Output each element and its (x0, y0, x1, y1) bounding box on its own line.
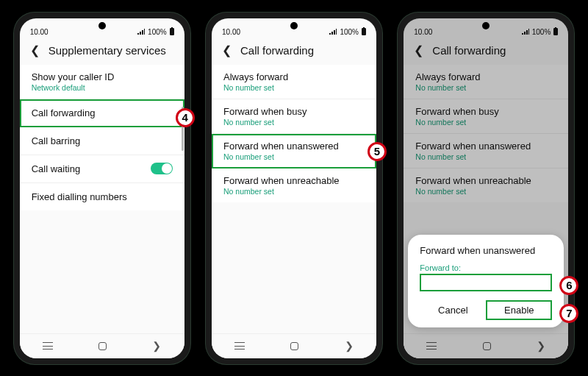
row-sub: Network default (32, 83, 173, 92)
settings-list: Always forward No number set Forward whe… (212, 65, 376, 333)
row-sub: No number set (415, 187, 556, 196)
status-right: 100% (329, 28, 366, 36)
status-right: 100% (137, 28, 174, 36)
row-forward-busy[interactable]: Forward when busy No number set (212, 99, 376, 134)
step-marker-5: 5 (368, 142, 387, 161)
row-fixed-dialling[interactable]: Fixed dialling numbers (20, 183, 184, 210)
back-nav-icon[interactable]: ❮ (152, 340, 161, 352)
phone-frame: 10.00 100% ❮ Supplementary services Show… (14, 13, 190, 364)
row-title: Forward when unanswered (415, 141, 556, 152)
page-title: Call forwarding (240, 44, 314, 57)
row-forward-unanswered[interactable]: Forward when unanswered No number set (404, 134, 568, 169)
forward-to-input[interactable] (420, 274, 552, 291)
row-title: Call barring (32, 135, 173, 146)
header: ❮ Call forwarding (404, 38, 568, 65)
camera-hole (482, 22, 490, 29)
row-title: Forward when unanswered (223, 141, 365, 152)
enable-button[interactable]: Enable (486, 300, 552, 320)
screen: 10.00 100% ❮ Supplementary services Show… (20, 18, 184, 358)
nav-bar: ❮ (404, 333, 568, 358)
back-icon[interactable]: ❮ (414, 43, 423, 57)
battery-icon (553, 28, 558, 35)
cancel-button[interactable]: Cancel (420, 300, 486, 320)
recents-icon[interactable] (43, 342, 53, 350)
status-right: 100% (522, 28, 559, 36)
forward-to-label: Forward to: (420, 263, 552, 272)
row-forward-unreachable[interactable]: Forward when unreachable No number set (404, 169, 568, 202)
row-call-waiting[interactable]: Call waiting (20, 155, 184, 183)
battery-text: 100% (532, 28, 551, 36)
row-sub: No number set (223, 83, 365, 92)
back-icon[interactable]: ❮ (30, 43, 40, 57)
battery-text: 100% (340, 28, 359, 36)
dialog-buttons: Cancel Enable (420, 300, 552, 320)
row-show-caller-id[interactable]: Show your caller ID Network default (20, 65, 184, 99)
row-title: Always forward (223, 71, 365, 82)
row-forward-unanswered[interactable]: Forward when unanswered No number set (212, 134, 376, 169)
forward-dialog: Forward when unanswered Forward to: Canc… (408, 235, 564, 327)
step-marker-7: 7 (559, 304, 578, 323)
home-icon[interactable] (290, 342, 298, 350)
nav-bar: ❮ (20, 333, 184, 358)
signal-icon (522, 29, 529, 35)
screen: 10.00 100% ❮ Call forwarding Always forw… (404, 18, 568, 358)
header: ❮ Supplementary services (20, 38, 184, 65)
header: ❮ Call forwarding (212, 38, 376, 65)
row-title: Forward when unreachable (415, 175, 556, 186)
row-title: Forward when unreachable (223, 175, 365, 186)
screen: 10.00 100% ❮ Call forwarding Always forw… (212, 18, 376, 358)
row-title: Forward when busy (223, 106, 365, 117)
clock: 10.00 (414, 28, 432, 36)
row-title: Fixed dialling numbers (32, 191, 173, 202)
camera-hole (98, 22, 106, 29)
row-always-forward[interactable]: Always forward No number set (404, 65, 568, 99)
step-marker-6: 6 (559, 276, 578, 295)
row-sub: No number set (415, 118, 556, 127)
clock: 10.00 (30, 28, 49, 36)
row-sub: No number set (223, 152, 365, 161)
row-title: Show your caller ID (32, 71, 173, 82)
row-call-barring[interactable]: Call barring (20, 127, 184, 155)
recents-icon[interactable] (426, 342, 437, 350)
battery-icon (170, 28, 174, 35)
row-title: Call forwarding (32, 107, 173, 118)
battery-text: 100% (148, 28, 167, 36)
back-nav-icon[interactable]: ❮ (345, 340, 354, 352)
page-title: Supplementary services (49, 44, 166, 57)
dialog-title: Forward when unanswered (420, 245, 552, 256)
page-title: Call forwarding (432, 44, 506, 57)
back-nav-icon[interactable]: ❮ (537, 340, 545, 352)
clock: 10.00 (222, 28, 240, 36)
recents-icon[interactable] (234, 342, 245, 350)
row-call-forwarding[interactable]: Call forwarding (20, 99, 184, 127)
row-forward-unreachable[interactable]: Forward when unreachable No number set (212, 169, 376, 202)
home-icon[interactable] (483, 342, 491, 350)
row-sub: No number set (415, 83, 556, 92)
battery-icon (362, 28, 366, 35)
row-title: Forward when busy (415, 106, 556, 117)
home-icon[interactable] (98, 342, 107, 350)
row-title: Always forward (415, 71, 556, 82)
camera-hole (290, 22, 298, 29)
row-always-forward[interactable]: Always forward No number set (212, 65, 376, 99)
back-icon[interactable]: ❮ (222, 43, 232, 57)
signal-icon (137, 29, 145, 35)
phone-frame: 10.00 100% ❮ Call forwarding Always forw… (206, 13, 382, 364)
signal-icon (329, 29, 337, 35)
settings-list: Show your caller ID Network default Call… (20, 65, 184, 333)
row-sub: No number set (223, 187, 365, 196)
step-marker-4: 4 (176, 108, 195, 127)
nav-bar: ❮ (212, 333, 376, 358)
phone-frame: 10.00 100% ❮ Call forwarding Always forw… (398, 13, 574, 364)
row-sub: No number set (223, 118, 365, 127)
row-sub: No number set (415, 152, 556, 161)
toggle-switch[interactable] (151, 163, 173, 174)
row-forward-busy[interactable]: Forward when busy No number set (404, 99, 568, 134)
